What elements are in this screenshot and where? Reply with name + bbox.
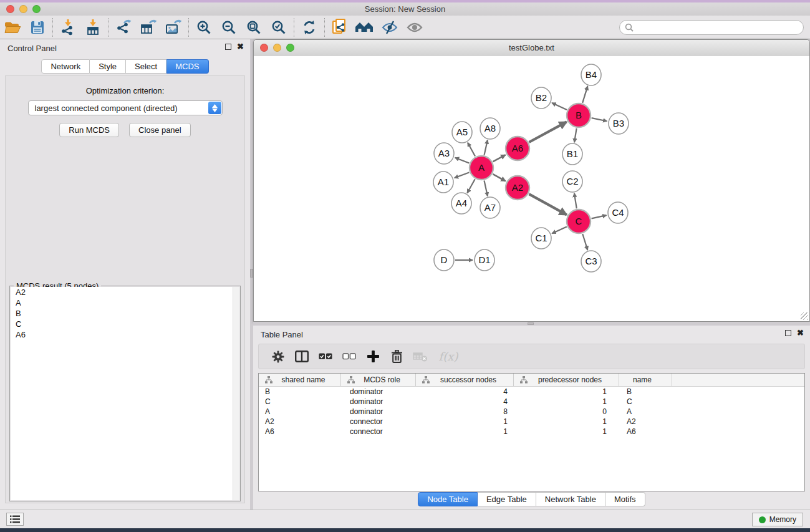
edge-C-C1[interactable] (552, 227, 567, 234)
export-image-icon[interactable] (161, 17, 186, 37)
tab-network[interactable]: Network (41, 59, 90, 74)
node-table[interactable]: shared nameMCDS rolesuccessor nodesprede… (258, 373, 805, 491)
result-item[interactable]: A (11, 297, 239, 308)
edge-B-B2[interactable] (552, 103, 567, 110)
close-table-panel-icon[interactable]: ✖ (797, 330, 804, 336)
search-field[interactable] (619, 20, 804, 35)
delete-table-icon[interactable] (408, 346, 432, 367)
node-A8[interactable]: A8 (480, 118, 500, 139)
edge-B-B4[interactable] (582, 86, 587, 103)
save-session-icon[interactable] (25, 17, 50, 37)
network-window-titlebar[interactable]: testGlobe.txt (254, 40, 809, 56)
memory-button[interactable]: Memory (752, 513, 803, 526)
result-item[interactable]: A6 (11, 329, 239, 340)
edge-A6-B[interactable] (529, 122, 566, 142)
column-header-shared-name[interactable]: shared name (259, 374, 341, 386)
show-panels-menu-button[interactable] (6, 513, 24, 526)
column-browser-icon[interactable] (290, 346, 314, 367)
node-D[interactable]: D (434, 249, 454, 271)
new-network-from-selection-icon[interactable] (327, 17, 352, 37)
delete-columns-icon[interactable] (385, 346, 408, 367)
zoom-in-icon[interactable] (191, 17, 216, 37)
result-item[interactable]: B (11, 308, 239, 319)
mcds-result-list[interactable]: A2ABCA6 (11, 287, 239, 500)
open-file-icon[interactable] (0, 17, 25, 37)
function-builder-icon[interactable]: f(x) (432, 346, 465, 367)
result-scrollbar[interactable] (233, 287, 239, 500)
table-row[interactable]: Adominator80A (259, 407, 804, 417)
column-header-name[interactable]: name (619, 374, 672, 386)
import-network-icon[interactable] (55, 17, 80, 37)
node-B1[interactable]: B1 (562, 143, 582, 165)
edge-C-C3[interactable] (582, 234, 587, 250)
tab-motifs[interactable]: Motifs (605, 492, 645, 506)
column-header-predecessor-nodes[interactable]: predecessor nodes (514, 374, 619, 386)
zoom-selected-icon[interactable] (266, 17, 291, 37)
float-panel-icon[interactable] (225, 44, 231, 50)
tab-style[interactable]: Style (90, 59, 126, 74)
close-panel-button[interactable]: Close panel (129, 123, 191, 137)
node-D1[interactable]: D1 (475, 249, 494, 271)
node-B4[interactable]: B4 (581, 64, 601, 85)
tab-network-table[interactable]: Network Table (536, 492, 605, 506)
result-item[interactable]: A2 (11, 287, 239, 297)
table-row[interactable]: Bdominator41B (259, 387, 804, 397)
window-resize-grip[interactable] (801, 312, 808, 320)
node-A3[interactable]: A3 (434, 143, 454, 164)
node-B2[interactable]: B2 (531, 87, 551, 109)
network-graph[interactable]: B4B2BB3A5A8A6B1A3AC2A1A2A4A7C4CC1C3DD1 (254, 56, 809, 321)
edge-A-A5[interactable] (468, 143, 475, 157)
node-A5[interactable]: A5 (452, 122, 472, 143)
tab-mcds[interactable]: MCDS (166, 59, 208, 74)
tab-node-table[interactable]: Node Table (418, 492, 478, 506)
node-B3[interactable]: B3 (609, 113, 629, 134)
close-panel-icon[interactable]: ✖ (237, 44, 244, 50)
tab-edge-table[interactable]: Edge Table (478, 492, 536, 506)
table-settings-icon[interactable] (266, 346, 290, 367)
node-A2[interactable]: A2 (506, 176, 529, 200)
edge-A2-C[interactable] (529, 194, 566, 215)
horizontal-splitter-handle[interactable] (528, 322, 534, 325)
edge-C-C4[interactable] (591, 215, 606, 218)
zoom-out-icon[interactable] (216, 17, 241, 37)
node-C4[interactable]: C4 (608, 202, 628, 223)
export-table-icon[interactable] (136, 17, 161, 37)
column-header-successor-nodes[interactable]: successor nodes (416, 374, 514, 386)
select-all-columns-icon[interactable] (314, 346, 337, 367)
column-header-MCDS-role[interactable]: MCDS role (341, 374, 416, 386)
node-C[interactable]: C (567, 210, 591, 233)
run-mcds-button[interactable]: Run MCDS (59, 123, 119, 137)
table-row[interactable]: Cdominator41C (259, 397, 804, 407)
hide-selected-icon[interactable] (377, 17, 402, 37)
table-row[interactable]: A6connector11A6 (259, 427, 804, 437)
table-row[interactable]: A2connector11A2 (259, 417, 804, 427)
node-A4[interactable]: A4 (451, 193, 471, 214)
node-A6[interactable]: A6 (506, 137, 529, 160)
node-C2[interactable]: C2 (562, 171, 582, 192)
node-C3[interactable]: C3 (581, 251, 601, 272)
node-C1[interactable]: C1 (531, 228, 551, 249)
first-neighbors-icon[interactable] (352, 17, 377, 37)
export-network-icon[interactable] (111, 17, 136, 37)
refresh-icon[interactable] (297, 17, 322, 37)
network-canvas[interactable]: B4B2BB3A5A8A6B1A3AC2A1A2A4A7C4CC1C3DD1 (254, 56, 809, 321)
show-all-icon[interactable] (402, 17, 427, 37)
search-input[interactable] (637, 23, 803, 32)
edge-A-A2[interactable] (493, 174, 505, 181)
edge-A-A8[interactable] (485, 140, 488, 155)
edge-A-A3[interactable] (455, 158, 470, 163)
node-A1[interactable]: A1 (433, 172, 453, 193)
unselect-all-columns-icon[interactable] (337, 346, 361, 367)
tab-select[interactable]: Select (126, 59, 166, 74)
import-table-icon[interactable] (80, 17, 105, 37)
zoom-fit-icon[interactable] (241, 17, 266, 37)
edge-A-A7[interactable] (484, 181, 487, 196)
create-column-icon[interactable] (361, 346, 385, 367)
edge-B-B3[interactable] (592, 118, 607, 121)
node-A[interactable]: A (470, 156, 493, 180)
edge-A-A6[interactable] (493, 155, 506, 162)
edge-B-B1[interactable] (574, 128, 577, 143)
float-table-panel-icon[interactable] (785, 330, 791, 336)
edge-C-C2[interactable] (574, 193, 577, 208)
edge-A-A1[interactable] (455, 172, 470, 178)
